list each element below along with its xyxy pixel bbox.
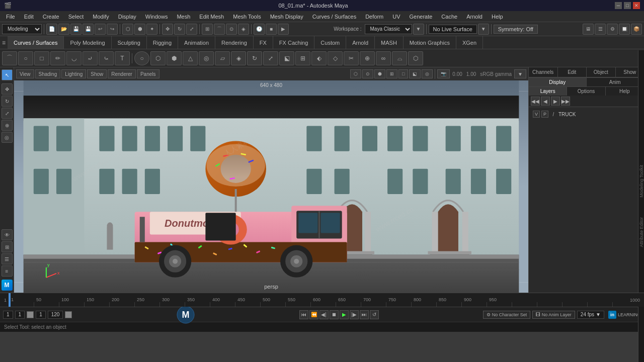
rotate-tool-button[interactable]: ↻ (174, 24, 185, 35)
viewport-view-menu[interactable]: View (16, 69, 34, 78)
window-controls[interactable]: ─ □ ✕ (615, 2, 640, 9)
show-hide-lt[interactable]: 👁 (2, 229, 13, 240)
shelf-tool-trim[interactable]: ✂ (344, 51, 359, 65)
attribute-lt[interactable]: ≡ (2, 265, 13, 277)
shelf-tool-cone[interactable]: △ (183, 51, 198, 65)
shelf-tool-fillet[interactable]: ⌓ (392, 51, 407, 65)
paint-select-button[interactable]: ✦ (146, 24, 157, 35)
menu-help[interactable]: Help (488, 13, 507, 21)
menu-modify[interactable]: Modify (89, 13, 113, 21)
shelf-tool-birail[interactable]: ⊞ (295, 51, 310, 65)
menu-windows[interactable]: Windows (141, 13, 172, 21)
menu-edit[interactable]: Edit (20, 13, 38, 21)
layer-nav-last[interactable]: ▶▶ (561, 97, 570, 106)
live-surface-dropdown[interactable]: ▼ (478, 24, 489, 35)
viewport-show-menu[interactable]: Show (87, 69, 107, 78)
snap-curve-button[interactable]: ⌒ (214, 24, 225, 35)
anim-layer-button[interactable]: 🎞 No Anim Layer (532, 311, 575, 319)
undo-button[interactable]: ↩ (95, 24, 106, 35)
frame-current-field[interactable]: 1 (15, 311, 25, 319)
fps-field[interactable]: 24 fps ▼ (577, 311, 604, 319)
rotate-tool-lt[interactable]: ↻ (2, 96, 13, 107)
shelf-tool-boundary[interactable]: ⬖ (311, 51, 327, 65)
playback-go-end[interactable]: ⏭ (360, 310, 369, 319)
playback-go-start[interactable]: ⏮ (299, 310, 308, 319)
menu-uv[interactable]: UV (388, 13, 404, 21)
shelf-tab-poly-modeling[interactable]: Poly Modeling (64, 36, 111, 49)
history-button[interactable]: 🕐 (254, 24, 265, 35)
character-set-button[interactable]: ⚙ No Character Set (483, 311, 530, 319)
shelf-tool-nurbs[interactable]: ◈ (231, 51, 246, 65)
tab-layers[interactable]: Layers (529, 87, 567, 96)
layer-nav-first[interactable]: ◀◀ (531, 97, 540, 106)
vp-select-mask[interactable]: ⬡ (350, 69, 361, 78)
shelf-tab-custom[interactable]: Custom (314, 36, 346, 49)
menu-mesh-display[interactable]: Mesh Display (266, 13, 307, 21)
shelf-tab-animation[interactable]: Animation (178, 36, 215, 49)
menu-display[interactable]: Display (114, 13, 140, 21)
symmetry-button[interactable]: Symmetry: Off (494, 25, 538, 34)
shelf-tool-spiral[interactable]: ⤾ (83, 51, 98, 65)
menu-select[interactable]: Select (64, 13, 88, 21)
shelf-tool-tessellate[interactable]: ⬡ (408, 51, 423, 65)
snap-point-button[interactable]: ⊙ (226, 24, 237, 35)
shelf-tool-rect[interactable]: □ (34, 51, 49, 65)
ipr-button[interactable]: ▶ (278, 24, 289, 35)
playback-next-key[interactable]: |▶ (350, 310, 359, 319)
shelf-tab-xgen[interactable]: XGen (456, 36, 483, 49)
shelf-tool-curve[interactable]: ⌒ (2, 51, 17, 65)
tab-display[interactable]: Display (529, 78, 587, 86)
select-tool-lt[interactable]: ↖ (2, 69, 13, 80)
timeline-ruler[interactable]: 1 50 100 150 200 250 300 350 400 450 500… (9, 293, 628, 307)
shelf-tool-text[interactable]: T (115, 51, 130, 65)
display-icon4[interactable]: 🔲 (619, 24, 630, 35)
shelf-tab-sculpting[interactable]: Sculpting (112, 36, 147, 49)
menu-file[interactable]: File (2, 13, 19, 21)
scale-tool-lt[interactable]: ⤢ (2, 108, 13, 119)
vp-smooth[interactable]: ◎ (422, 69, 433, 78)
vp-frame[interactable]: ⬢ (374, 69, 385, 78)
menu-edit-mesh[interactable]: Edit Mesh (195, 13, 228, 21)
universal-tool-lt[interactable]: ⊕ (2, 120, 13, 131)
render-button[interactable]: ■ (266, 24, 277, 35)
shelf-tool-pencil[interactable]: ✏ (50, 51, 65, 65)
vp-wireframe[interactable]: ⬕ (409, 69, 421, 78)
shelf-tool-arc[interactable]: ◡ (66, 51, 82, 65)
mode-selector[interactable]: Modeling Rigging Animation (2, 24, 42, 34)
vp-color-settings[interactable]: ▼ (514, 69, 526, 78)
shelf-tool-helix[interactable]: ⤿ (99, 51, 114, 65)
tab-object[interactable]: Object (587, 67, 616, 77)
shelf-tab-rigging[interactable]: Rigging (147, 36, 178, 49)
viewport-lighting-menu[interactable]: Lighting (61, 69, 86, 78)
layer-item-truck[interactable]: V P / TRUCK (531, 109, 642, 119)
tab-edit[interactable]: Edit (558, 67, 587, 77)
select-tool-button[interactable]: ⬡ (122, 24, 133, 35)
minimize-button[interactable]: ─ (615, 2, 622, 9)
shelf-tool-revolve[interactable]: ↻ (247, 51, 262, 65)
frame-start-field[interactable]: 1 (3, 311, 13, 319)
shelf-tool-sphere[interactable]: ○ (134, 51, 149, 65)
tab-channels[interactable]: Channels (529, 67, 558, 77)
viewport[interactable]: View Shading Lighting Show Renderer Pane… (14, 67, 528, 293)
close-button[interactable]: ✕ (633, 2, 640, 9)
display-icon1[interactable]: 🖥 (583, 24, 594, 35)
layer-editor-lt[interactable]: ☰ (2, 253, 13, 264)
new-file-button[interactable]: 📄 (46, 24, 57, 35)
shelf-tab-arnold[interactable]: Arnold (346, 36, 375, 49)
shelf-tool-plane[interactable]: ▱ (215, 51, 230, 65)
soft-select-lt[interactable]: ◎ (2, 132, 13, 143)
menu-deform[interactable]: Deform (361, 13, 387, 21)
viewport-shading-menu[interactable]: Shading (35, 69, 61, 78)
shelf-tool-loft[interactable]: ⬕ (279, 51, 294, 65)
frame-anim-field[interactable]: 1 (36, 311, 46, 319)
shelf-tab-fx-caching[interactable]: FX Caching (273, 36, 314, 49)
menu-cache[interactable]: Cache (437, 13, 461, 21)
vp-isolate[interactable]: ⊙ (362, 69, 373, 78)
playback-play[interactable]: ▶ (340, 310, 349, 319)
shelf-tool-cylinder[interactable]: ⬢ (167, 51, 182, 65)
tab-anim[interactable]: Anim (587, 78, 645, 86)
save-file-button[interactable]: 💾 (70, 24, 82, 35)
shelf-tool-cube[interactable]: ⬡ (150, 51, 166, 65)
shelf-tool-torus[interactable]: ◎ (199, 51, 214, 65)
vp-grid[interactable]: ⊞ (386, 69, 397, 78)
